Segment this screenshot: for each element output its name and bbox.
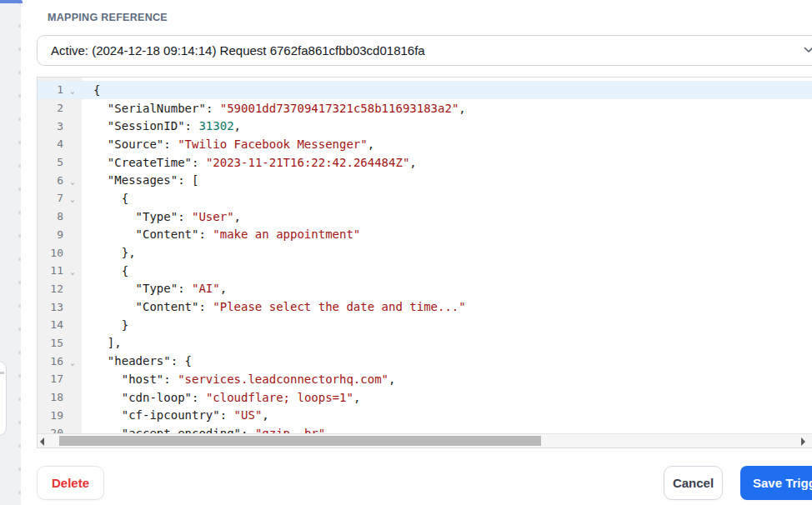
fold-spacer [63,252,82,254]
code-line: 12 "Type": "AI", [38,280,812,298]
code-text: "cf-ipcountry": "US", [82,408,812,422]
code-line: 2 "SerialNumber": "59001dd73709417321c58… [38,99,812,118]
code-text: { [82,83,812,97]
code-text: { [82,264,812,278]
line-number: 15 [38,337,63,349]
line-number: 4 [38,138,63,150]
code-line: 5 "CreateTime": "2023-11-21T16:22:42.264… [38,153,812,172]
background-card-mark [0,372,4,374]
fold-spacer [63,378,82,380]
editor-lines: 1⌄{2 "SerialNumber": "59001dd73709417321… [38,81,812,442]
code-text: } [82,318,812,332]
code-line: 3 "SessionID": 31302, [38,117,812,135]
line-number: 1 [38,83,63,96]
fold-spacer [63,306,82,308]
fold-spacer [63,142,82,145]
cancel-button[interactable]: Cancel [664,466,723,500]
line-number: 10 [38,247,63,259]
code-text: "host": "services.leadconnectorhq.com", [82,372,812,386]
background-card-edge [0,361,7,436]
line-number: 8 [38,210,63,222]
code-line: 14 } [38,316,812,334]
line-number: 13 [38,301,63,313]
line-number: 2 [38,102,63,114]
save-trigger-button[interactable]: Save Trigger [740,466,812,500]
code-line: 7⌄ { [38,189,812,208]
code-line: 19 "cf-ipcountry": "US", [38,406,812,424]
line-number: 9 [38,228,63,241]
fold-spacer [63,396,82,398]
code-text: { [82,192,812,205]
fold-spacer [63,125,82,128]
line-number: 6 [38,174,63,187]
line-number: 3 [38,120,63,132]
code-line: 11⌄ { [38,262,812,280]
code-line: 8 "Type": "User", [38,208,812,226]
code-line: 15 ], [38,334,812,352]
code-text: "SerialNumber": "59001dd73709417321c58b1… [82,102,812,115]
code-text: "CreateTime": "2023-11-21T16:22:42.26448… [82,156,812,169]
fold-spacer [63,233,82,236]
fold-chevron-icon[interactable]: ⌄ [63,175,82,186]
line-number: 7 [38,192,63,204]
code-line: 16⌄ "headers": { [38,352,812,370]
code-text: "Type": "AI", [82,282,812,295]
scroll-right-arrow-icon[interactable] [801,438,805,446]
fold-spacer [63,107,82,109]
canvas-accent-bar [0,0,23,3]
line-number: 19 [38,409,63,422]
code-text: "Source": "Twilio Facebook Messenger", [82,138,812,151]
scroll-left-arrow-icon[interactable] [40,438,44,446]
line-number: 14 [38,318,63,331]
horizontal-scrollbar[interactable] [38,433,812,448]
fold-spacer [63,288,82,290]
fold-spacer [63,342,82,344]
code-line: 1⌄{ [38,81,812,99]
code-line: 10 }, [38,243,812,262]
fold-spacer [63,323,82,326]
scrollbar-thumb[interactable] [59,436,541,446]
code-text: "Content": "make an appointment" [82,228,812,241]
line-number: 12 [38,282,63,295]
line-number: 17 [38,372,63,385]
code-text: "Content": "Please select the date and t… [82,300,812,313]
fold-chevron-icon[interactable]: ⌄ [63,192,82,203]
fold-chevron-icon[interactable]: ⌄ [63,356,82,367]
line-number: 5 [38,156,63,168]
code-text: "Type": "User", [82,210,812,223]
fold-spacer [63,215,82,218]
fold-spacer [63,414,82,417]
code-line: 6⌄ "Messages": [ [38,171,812,189]
code-text: "cdn-loop": "cloudflare; loops=1", [82,391,812,404]
code-line: 17 "host": "services.leadconnectorhq.com… [38,370,812,388]
line-number: 18 [38,391,63,403]
chevron-down-icon [803,44,812,56]
delete-button[interactable]: Delete [37,466,104,500]
code-line: 4 "Source": "Twilio Facebook Messenger", [38,135,812,153]
code-text: }, [82,246,812,259]
code-text: "Messages": [ [82,173,812,187]
fold-chevron-icon[interactable]: ⌄ [63,265,82,276]
fold-chevron-icon[interactable]: ⌄ [63,84,82,95]
reference-select-value: Active: (2024-12-18 09:14:14) Request 67… [51,43,425,58]
code-text: "SessionID": 31302, [82,119,812,132]
json-code-editor[interactable]: 1⌄{2 "SerialNumber": "59001dd73709417321… [37,77,812,448]
mapping-reference-label: MAPPING REFERENCE [48,12,168,23]
line-number: 16 [38,355,63,368]
code-line: 18 "cdn-loop": "cloudflare; loops=1", [38,388,812,407]
code-line: 9 "Content": "make an appointment" [38,226,812,244]
line-number: 11 [38,264,63,277]
code-text: ], [82,336,812,349]
fold-spacer [63,161,82,163]
reference-select[interactable]: Active: (2024-12-18 09:14:14) Request 67… [37,35,812,66]
code-text: "headers": { [82,354,812,368]
code-line: 13 "Content": "Please select the date an… [38,298,812,316]
